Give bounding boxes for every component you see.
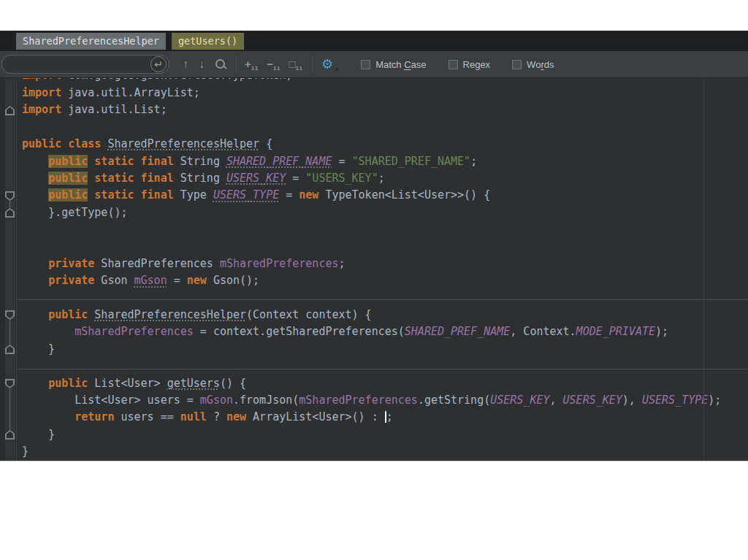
words-option[interactable]: Words (512, 59, 554, 70)
code-line[interactable] (0, 119, 748, 136)
minus-glyph: − (267, 58, 273, 70)
words-checkbox[interactable] (512, 60, 522, 69)
gutter (0, 78, 17, 461)
next-occurrence-icon[interactable]: ↓ (199, 58, 205, 70)
search-settings-button[interactable]: ⚙ ▾ (321, 58, 333, 72)
clipped-line-text: import com.google.gson.reflect.TypeToken… (22, 78, 748, 82)
chevron-down-icon: ▾ (335, 66, 338, 73)
code-line[interactable] (0, 221, 748, 238)
code-line[interactable]: public static final String USERS_KEY = "… (0, 170, 748, 187)
select-all-occurrences-icon[interactable]: □11 (289, 58, 303, 72)
code-line[interactable] (0, 358, 748, 375)
code-line[interactable]: private SharedPreferences mSharedPrefere… (0, 256, 748, 272)
code-line[interactable]: }.getType(); (0, 204, 748, 221)
add-occurrence-icon[interactable]: +11 (245, 58, 259, 72)
occurrence-count: 11 (296, 65, 303, 72)
code-line[interactable]: public static final Type USERS_TYPE = ne… (0, 187, 748, 204)
code-line[interactable]: import java.util.ArrayList; (0, 85, 748, 101)
occurrence-count: 11 (251, 65, 259, 72)
code-line[interactable]: } (0, 426, 748, 443)
remove-occurrence-icon[interactable]: −11 (267, 58, 280, 72)
match-case-label: Match Case (375, 59, 426, 70)
code-line[interactable]: mSharedPreferences = context.getSharedPr… (0, 323, 748, 340)
code-line[interactable]: public class SharedPreferencesHelper { (0, 136, 748, 153)
right-margin-guide (703, 78, 704, 461)
search-input[interactable] (11, 57, 142, 72)
regex-label: Regex (463, 59, 491, 70)
method-separator-line (18, 299, 748, 300)
code-line[interactable] (0, 239, 748, 256)
method-separator-line (18, 369, 748, 369)
square-glyph: □ (289, 58, 295, 70)
code-line[interactable]: } (0, 443, 748, 460)
breadcrumb-class-tab[interactable]: SharedPreferencesHelper (16, 33, 166, 50)
code-line[interactable]: public static final String SHARED_PREF_N… (0, 153, 748, 170)
match-case-option[interactable]: Match Case (361, 59, 426, 70)
toolbar-separator (312, 56, 313, 72)
structure-breadcrumb-bar: SharedPreferencesHelper getUsers() (0, 31, 748, 51)
page-background-bottom (0, 461, 748, 560)
regex-checkbox[interactable] (449, 60, 458, 69)
occurrence-count: 11 (273, 65, 280, 72)
code-line[interactable]: private Gson mGson = new Gson(); (0, 272, 748, 289)
clipped-code-line[interactable]: import com.google.gson.reflect.TypeToken… (0, 78, 748, 85)
code-line[interactable]: List<User> users = mGson.fromJson(mShare… (0, 392, 748, 409)
find-all-icon[interactable] (215, 58, 227, 71)
words-label: Words (527, 59, 554, 70)
code-line[interactable]: } (0, 341, 748, 358)
fold-column (5, 78, 15, 461)
newline-icon[interactable]: ↵ (150, 56, 167, 72)
breadcrumb-method-tab[interactable]: getUsers() (172, 33, 244, 50)
find-toolbar: ↵ ↑ ↓ +11 −11 □11 ⚙ ▾ Match CaseRegexWor… (0, 51, 748, 78)
editor[interactable]: import com.google.gson.reflect.TypeToken… (0, 78, 748, 461)
fold-connector-line (9, 388, 10, 430)
fold-connector-line (9, 320, 10, 345)
code-area: import com.google.gson.reflect.TypeToken… (0, 78, 748, 461)
plus-glyph: + (245, 58, 251, 70)
code-line[interactable]: public List<User> getUsers() { (0, 375, 748, 392)
page-background-top (0, 0, 748, 31)
match-case-checkbox[interactable] (361, 60, 370, 69)
code-line[interactable]: public SharedPreferencesHelper(Context c… (0, 307, 748, 323)
code-line[interactable]: return users == null ? new ArrayList<Use… (0, 409, 748, 426)
find-options: Match CaseRegexWords (361, 59, 554, 70)
fold-connector-line (9, 201, 10, 208)
screenshot-root: SharedPreferencesHelper getUsers() ↵ ↑ ↓… (0, 0, 748, 560)
code-line[interactable] (0, 290, 748, 307)
gear-icon: ⚙ (321, 57, 333, 72)
search-field-pill[interactable]: ↵ (1, 55, 169, 74)
regex-option[interactable]: Regex (449, 59, 491, 70)
previous-occurrence-icon[interactable]: ↑ (183, 58, 188, 70)
code-line[interactable]: import java.util.List; (0, 101, 748, 118)
toolbar-separator (236, 56, 237, 72)
